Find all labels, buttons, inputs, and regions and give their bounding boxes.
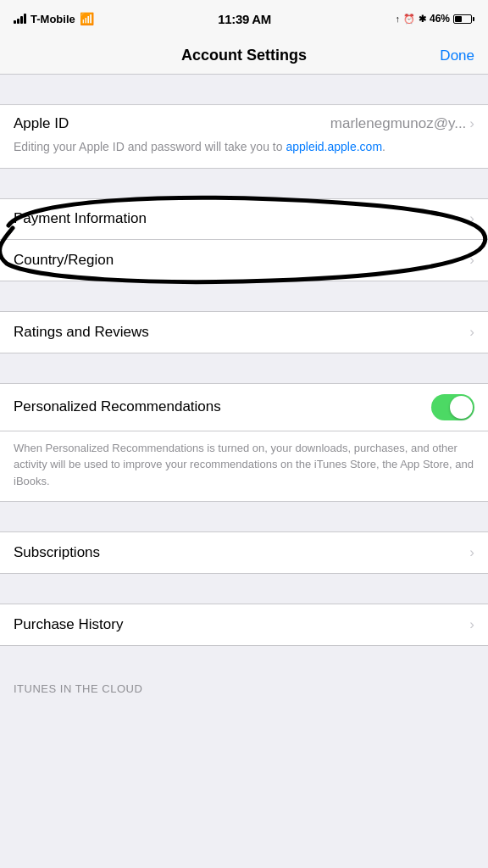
ratings-reviews-group: Ratings and Reviews ›	[0, 311, 488, 353]
apple-id-label: Apple ID	[14, 115, 69, 132]
location-icon: ↑	[395, 14, 400, 24]
signal-icon	[14, 14, 26, 24]
personalized-rec-toggle[interactable]	[431, 394, 474, 420]
personalized-rec-label: Personalized Recommendations	[14, 398, 221, 415]
nav-bar: Account Settings Done	[0, 37, 488, 75]
carrier-label: T-Mobile	[30, 13, 75, 25]
payment-information-chevron: ›	[469, 210, 474, 227]
apple-id-subtitle: Editing your Apple ID and password will …	[14, 139, 474, 156]
section-spacer-5	[0, 502, 488, 531]
payment-country-group: Payment Information › Country/Region ›	[0, 198, 488, 281]
wifi-icon: 📶	[80, 12, 94, 25]
country-chevron-icon: ›	[469, 252, 474, 269]
apple-id-link[interactable]: appleid.apple.com	[286, 140, 382, 153]
page-title: Account Settings	[64, 47, 424, 64]
personalized-rec-row[interactable]: Personalized Recommendations	[0, 384, 488, 431]
ratings-chevron-icon: ›	[469, 324, 474, 341]
personalized-rec-description: When Personalized Recommendations is tur…	[0, 431, 488, 502]
purchase-history-chevron-icon: ›	[469, 616, 474, 633]
done-button[interactable]: Done	[424, 47, 474, 64]
payment-chevron-icon: ›	[469, 210, 474, 227]
apple-id-row[interactable]: Apple ID marlenegmunoz@y... ›	[14, 115, 474, 132]
purchase-history-row[interactable]: Purchase History ›	[0, 604, 488, 645]
purchase-history-label: Purchase History	[14, 616, 123, 633]
payment-country-wrapper: Payment Information › Country/Region ›	[0, 198, 488, 281]
section-spacer-3	[0, 281, 488, 311]
status-bar: T-Mobile 📶 11:39 AM ↑ ⏰ ✱ 46%	[0, 0, 488, 37]
section-spacer-2	[0, 169, 488, 198]
status-right: ↑ ⏰ ✱ 46%	[395, 13, 474, 25]
alarm-icon: ⏰	[403, 14, 415, 25]
payment-information-label: Payment Information	[14, 210, 147, 227]
ratings-reviews-chevron: ›	[469, 324, 474, 341]
payment-information-row[interactable]: Payment Information ›	[0, 199, 488, 240]
apple-id-email: marlenegmunoz@y...	[330, 115, 467, 132]
status-left: T-Mobile 📶	[14, 12, 94, 25]
section-spacer-7	[0, 646, 488, 676]
apple-id-section[interactable]: Apple ID marlenegmunoz@y... › Editing yo…	[0, 104, 488, 169]
battery-icon	[453, 14, 474, 24]
country-region-label: Country/Region	[14, 252, 114, 269]
section-spacer-4	[0, 353, 488, 383]
country-region-row[interactable]: Country/Region ›	[0, 240, 488, 281]
itunes-cloud-footer: ITUNES IN THE CLOUD	[0, 676, 488, 695]
purchase-history-chevron: ›	[469, 616, 474, 633]
status-time: 11:39 AM	[218, 12, 271, 26]
battery-percent: 46%	[430, 13, 450, 25]
apple-id-value-container: marlenegmunoz@y... ›	[330, 115, 474, 132]
subscriptions-row[interactable]: Subscriptions ›	[0, 532, 488, 573]
ratings-reviews-row[interactable]: Ratings and Reviews ›	[0, 312, 488, 353]
section-spacer-1	[0, 75, 488, 104]
apple-id-subtitle-suffix: .	[382, 140, 385, 153]
ratings-reviews-label: Ratings and Reviews	[14, 324, 149, 341]
subscriptions-label: Subscriptions	[14, 544, 100, 561]
apple-id-subtitle-prefix: Editing your Apple ID and password will …	[14, 140, 286, 153]
subscriptions-group: Subscriptions ›	[0, 531, 488, 574]
section-spacer-6	[0, 574, 488, 604]
country-region-chevron: ›	[469, 252, 474, 269]
bluetooth-icon: ✱	[419, 14, 426, 25]
personalized-rec-section: Personalized Recommendations When Person…	[0, 383, 488, 503]
subscriptions-chevron: ›	[469, 544, 474, 561]
subscriptions-chevron-icon: ›	[469, 544, 474, 561]
purchase-history-group: Purchase History ›	[0, 604, 488, 646]
apple-id-chevron-icon: ›	[469, 115, 474, 132]
